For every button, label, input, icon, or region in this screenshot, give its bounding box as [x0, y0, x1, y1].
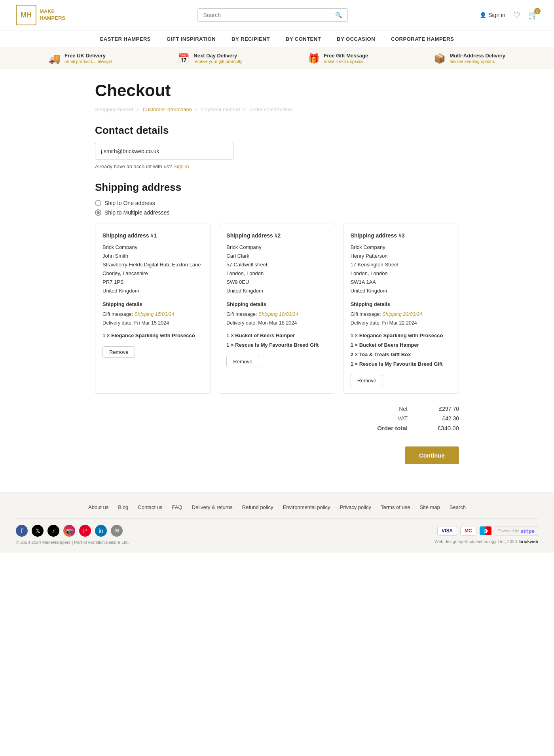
nav-item-easter-hampers[interactable]: EASTER HAMPERS [100, 36, 151, 42]
breadcrumb-step3[interactable]: Payment method [201, 106, 240, 112]
card-title: Shipping address #2 [226, 231, 327, 241]
sign-in-button[interactable]: 👤 Sign in [480, 12, 505, 18]
search-input[interactable] [203, 12, 333, 18]
breadcrumb: Shopping basket > Customer information >… [95, 106, 459, 112]
delivery-subtitle: on all products... always! [65, 59, 112, 64]
footer-divider [16, 518, 538, 519]
contact-details-section: Contact details Already have an account … [95, 124, 459, 169]
delivery-title: Next Day Delivery [194, 53, 242, 59]
continue-button[interactable]: Continue [405, 446, 459, 464]
footer-link-privacy-policy[interactable]: Privacy policy [340, 504, 371, 510]
nav-item-gift-inspiration[interactable]: GIFT INSPIRATION [167, 36, 216, 42]
address-card-3: Shipping address #3 Brick Company Henry … [343, 224, 459, 394]
total-row: Order total £340.00 [340, 425, 459, 431]
product-item: 1 × Rescue Is My Favourite Breed Gift [351, 360, 452, 369]
breadcrumb-separator2: > [195, 106, 198, 112]
delivery-item: 🚚 Free UK Delivery on all products... al… [49, 53, 112, 64]
logo-icon: MH [16, 5, 36, 25]
stripe-logo: Powered by stripe [495, 526, 538, 536]
delivery-title: Free UK Delivery [65, 53, 112, 59]
signin-link[interactable]: Sign in [173, 163, 189, 169]
breadcrumb-step4[interactable]: Order confirmation [249, 106, 292, 112]
site-logo[interactable]: MH MAKE HAMPERS [16, 5, 65, 25]
card-country: United Kingdom [102, 287, 203, 295]
shipping-address-title: Shipping address [95, 181, 459, 194]
net-value: £297.70 [431, 406, 459, 412]
payment-logos: VISA MC ◑ Powered by stripe [437, 526, 538, 536]
nav-item-by-recipient[interactable]: BY RECIPIENT [231, 36, 270, 42]
footer-link-terms-of-use[interactable]: Terms of use [381, 504, 410, 510]
footer-link-search[interactable]: Search [450, 504, 466, 510]
user-icon: 👤 [480, 12, 486, 18]
delivery-icon: 📅 [178, 53, 190, 64]
footer-link-refund-policy[interactable]: Refund policy [242, 504, 273, 510]
footer-links: About usBlogContact usFAQDelivery & retu… [16, 504, 538, 510]
site-header: MH MAKE HAMPERS 🔍 👤 Sign in ♡ 🛒 0 EASTER… [0, 0, 554, 69]
product-item: 1 × Elegance Sparkling with Prosecco [102, 331, 203, 340]
breadcrumb-step1[interactable]: Shopping basket [95, 106, 133, 112]
email-field[interactable] [95, 143, 233, 160]
brickweb-logo: brickweb [519, 539, 538, 544]
net-row: Net £297.70 [340, 406, 459, 412]
product-item: 1 × Bucket of Beers Hamper [351, 341, 452, 350]
footer-link-delivery-&-returns[interactable]: Delivery & returns [192, 504, 233, 510]
delivery-title: Free Gift Message [324, 53, 368, 59]
gift-message: Gift message: Shipping 18/03/24 [226, 310, 327, 319]
total-label: Order total [377, 425, 408, 431]
delivery-item: 📅 Next Day Delivery receive your gift pr… [178, 53, 242, 64]
footer-link-faq[interactable]: FAQ [172, 504, 182, 510]
facebook-icon[interactable]: f [16, 525, 28, 537]
card-company: Brick Company [351, 243, 452, 252]
cart-count: 0 [534, 8, 541, 14]
nav-item-corporate-hampers[interactable]: CORPORATE HAMPERS [391, 36, 454, 42]
delivery-banner: 🚚 Free UK Delivery on all products... al… [0, 48, 554, 69]
footer-link-environmental-policy[interactable]: Environmental policy [283, 504, 330, 510]
nav-item-by-content[interactable]: BY CONTENT [286, 36, 321, 42]
footer-link-blog[interactable]: Blog [118, 504, 128, 510]
delivery-text: Free Gift Message make it extra special [324, 53, 368, 64]
linkedin-icon[interactable]: in [95, 525, 107, 537]
delivery-date: Delivery date: Mon Mar 18 2024 [226, 319, 327, 327]
nav-item-by-occasion[interactable]: BY OCCASION [337, 36, 375, 42]
product-list: 1 × Elegance Sparkling with Prosecco [102, 331, 203, 340]
footer-link-site-map[interactable]: Site map [419, 504, 440, 510]
delivery-item: 📦 Multi-Address Delivery flexible sendin… [434, 53, 505, 64]
remove-button[interactable]: Remove [351, 375, 383, 386]
order-summary: Net £297.70 VAT £42.30 Order total £340.… [95, 406, 459, 435]
breadcrumb-step2[interactable]: Customer information [142, 106, 192, 112]
pinterest-icon[interactable]: P [79, 525, 91, 537]
twitter-icon[interactable]: 𝕏 [32, 525, 44, 537]
delivery-subtitle: make it extra special [324, 59, 363, 64]
card-city: London, London [351, 269, 452, 278]
product-item: 1 × Elegance Sparkling with Prosecco [351, 331, 452, 340]
email-icon[interactable]: ✉ [111, 525, 123, 537]
ship-multiple-addresses[interactable]: Ship to Multiple addresses [95, 209, 459, 216]
footer-link-contact-us[interactable]: Contact us [138, 504, 162, 510]
address-card-2: Shipping address #2 Brick Company Carl C… [219, 224, 335, 394]
remove-button[interactable]: Remove [102, 346, 135, 358]
delivery-icon: 📦 [434, 53, 446, 64]
gift-message: Gift message: Shipping 22/03/24 [351, 310, 452, 319]
footer-link-about-us[interactable]: About us [88, 504, 108, 510]
delivery-item: 🎁 Free Gift Message make it extra specia… [308, 53, 368, 64]
vat-label: VAT [398, 415, 408, 422]
shipping-details-title: Shipping details [226, 300, 327, 309]
ship-one-address[interactable]: Ship to One address [95, 200, 459, 206]
delivery-icon: 🚚 [49, 53, 61, 64]
product-item: 1 × Rescue Is My Favourite Breed Gift [226, 341, 327, 350]
instagram-icon[interactable]: 📷 [63, 525, 75, 537]
product-list: 1 × Elegance Sparkling with Prosecco1 × … [351, 331, 452, 369]
card-title: Shipping address #3 [351, 231, 452, 241]
delivery-date: Delivery date: Fri Mar 15 2024 [102, 319, 203, 327]
total-value: £340.00 [431, 425, 459, 431]
remove-button[interactable]: Remove [226, 356, 259, 367]
tiktok-icon[interactable]: ♪ [47, 525, 59, 537]
search-bar[interactable]: 🔍 [197, 8, 348, 22]
wishlist-button[interactable]: ♡ [513, 10, 520, 20]
card-postcode: SW1A 1AA [351, 278, 452, 287]
delivery-date: Delivery date: Fri Mar 22 2024 [351, 319, 452, 327]
social-icons: f 𝕏 ♪ 📷 P in ✉ [16, 525, 129, 537]
shipping-details-title: Shipping details [351, 300, 452, 309]
cart-button[interactable]: 🛒 0 [528, 10, 538, 20]
site-footer: About usBlogContact usFAQDelivery & retu… [0, 492, 554, 553]
